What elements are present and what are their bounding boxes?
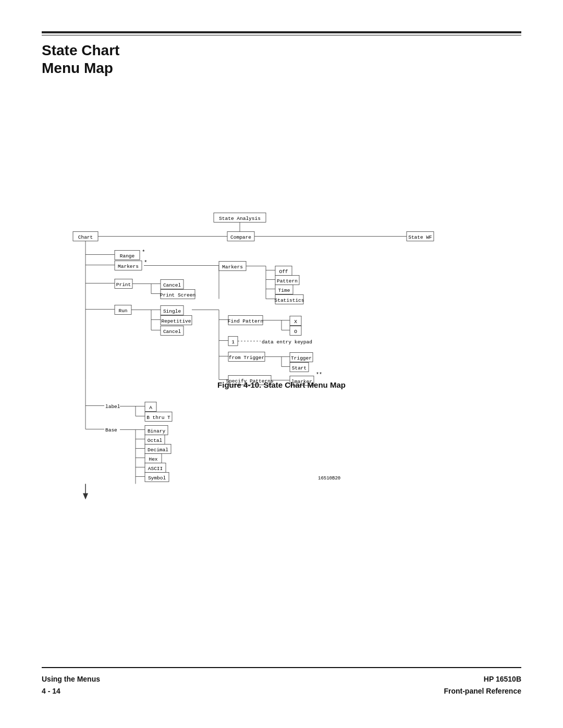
svg-text:*: * [142,249,145,255]
svg-text:Chart: Chart [78,235,93,240]
footer: Using the Menus 4 - 14 HP 16510B Front-p… [42,667,521,697]
svg-text:from Trigger: from Trigger [229,355,264,361]
footer-right: HP 16510B Front-panel Reference [444,673,521,697]
svg-text:Cancel: Cancel [163,329,181,335]
footer-using-menus: Using the Menus [42,673,100,685]
svg-text:Single: Single [163,309,181,314]
svg-text:Range: Range [120,253,135,259]
svg-text:ASCII: ASCII [148,466,163,472]
svg-text:16510B20: 16510B20 [318,476,340,481]
svg-text:Cancel: Cancel [163,282,181,288]
svg-text:Statistics: Statistics [274,298,304,303]
svg-text:Binary: Binary [148,428,166,434]
state-chart-diagram: State Analysis Chart Compare State WF Ra… [42,89,521,624]
svg-text:data entry keypad: data entry keypad [262,339,312,345]
svg-text:B thru T: B thru T [146,415,170,421]
title-line2: Menu Map [42,60,113,76]
figure-caption: Figure 4-10. State Chart Menu Map [0,380,563,389]
top-rule-thin [42,35,521,35]
svg-text:Find Pattern: Find Pattern [228,318,263,324]
svg-text:Trigger: Trigger [291,355,312,361]
diagram-area: State Analysis Chart Compare State WF Ra… [42,89,521,624]
svg-text:Time: Time [278,288,290,293]
svg-text:State Analysis: State Analysis [219,216,261,221]
svg-text:Run: Run [118,308,127,314]
svg-text:Symbol: Symbol [148,475,166,481]
svg-text:Pattern: Pattern [277,278,298,284]
figure-caption-text: Figure 4-10. State Chart Menu Map [217,380,346,389]
svg-text:1: 1 [231,339,235,345]
svg-text:State WF: State WF [408,235,432,240]
svg-text:Repetitive: Repetitive [161,318,191,324]
svg-marker-131 [83,493,88,500]
top-rule-thick [42,31,521,33]
footer-left: Using the Menus 4 - 14 [42,673,100,697]
svg-text:label: label [105,404,120,410]
svg-text:Markers: Markers [222,264,243,270]
title-line1: State Chart [42,42,119,58]
svg-text:Off: Off [279,269,288,275]
svg-text:*: * [144,260,148,266]
svg-text:Print Screen: Print Screen [160,292,195,298]
svg-text:Hex: Hex [149,456,157,462]
svg-text:Octal: Octal [148,438,163,443]
svg-text:Decimal: Decimal [148,447,168,453]
svg-text:Start: Start [292,365,307,371]
svg-text:Compare: Compare [230,235,251,240]
svg-text:O: O [294,329,297,335]
svg-text:**: ** [316,372,322,378]
page-title: State Chart Menu Map [42,42,119,77]
svg-text:Print: Print [116,282,131,288]
svg-text:A: A [149,405,152,411]
svg-text:X: X [294,319,297,325]
footer-product-name: HP 16510B [444,673,521,685]
footer-page-number: 4 - 14 [42,685,100,697]
footer-reference-type: Front-panel Reference [444,685,521,697]
svg-text:Base: Base [105,427,117,433]
svg-text:Markers: Markers [118,264,139,269]
